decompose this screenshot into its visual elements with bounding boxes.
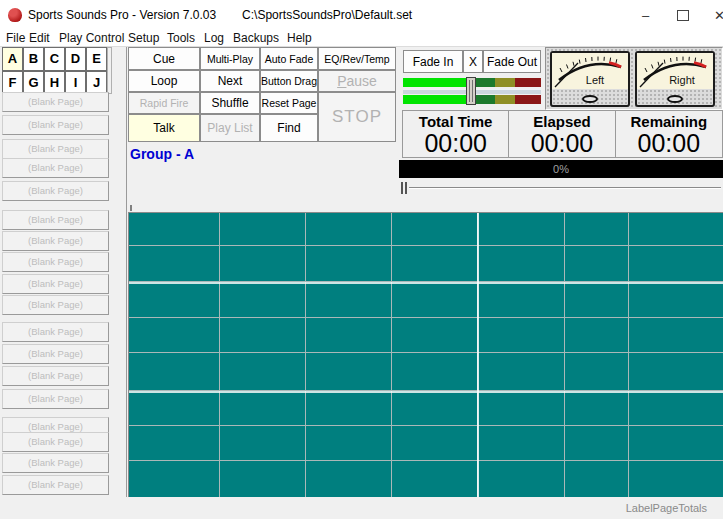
pad-cell-r5-c7[interactable] [629,353,723,391]
page-button-13[interactable]: (Blank Page) [2,366,109,386]
pad-cell-r3-c2[interactable] [220,282,306,318]
fade-out-button[interactable]: Fade Out [483,50,541,73]
seek-trackbar[interactable] [399,181,723,195]
pad-cell-r6-c4[interactable] [392,391,478,426]
group-button-i[interactable]: I [65,71,86,95]
page-button-17[interactable]: (Blank Page) [2,453,109,473]
pad-cell-r3-c4[interactable] [392,282,478,318]
pad-cell-r1-c3[interactable] [306,213,392,246]
volume-slider-thumb[interactable] [466,77,476,105]
menu-item-edit[interactable]: Edit [29,31,50,45]
menu-item-help[interactable]: Help [287,31,312,45]
pad-cell-r2-c1[interactable] [129,246,220,282]
page-button-1[interactable]: (Blank Page) [2,92,109,112]
pad-cell-r4-c4[interactable] [392,318,478,353]
pad-cell-r5-c6[interactable] [565,353,629,391]
pad-cell-r5-c2[interactable] [220,353,306,391]
pad-cell-r7-c6[interactable] [565,426,629,461]
group-button-c[interactable]: C [44,47,65,71]
pad-cell-r3-c6[interactable] [565,282,629,318]
pad-cell-r2-c5[interactable] [478,246,565,282]
pad-cell-r3-c3[interactable] [306,282,392,318]
pad-cell-r7-c3[interactable] [306,426,392,461]
maximize-button[interactable] [664,0,701,30]
pad-cell-r3-c7[interactable] [629,282,723,318]
stop-button[interactable]: STOP [318,92,396,142]
reset-page-button[interactable]: Reset Page [260,92,318,114]
cue-button[interactable]: Cue [128,47,200,70]
fade-in-button[interactable]: Fade In [403,50,463,73]
menu-item-file[interactable]: File [6,31,25,45]
group-button-b[interactable]: B [23,47,44,71]
pad-cell-r6-c3[interactable] [306,391,392,426]
menu-item-log[interactable]: Log [204,31,224,45]
pad-cell-r4-c3[interactable] [306,318,392,353]
find-button[interactable]: Find [260,114,318,142]
pad-cell-r7-c7[interactable] [629,426,723,461]
pad-cell-r6-c1[interactable] [129,391,220,426]
pad-cell-r6-c7[interactable] [629,391,723,426]
pad-cell-r7-c1[interactable] [129,426,220,461]
loop-button[interactable]: Loop [128,70,200,92]
pad-cell-r7-c5[interactable] [478,426,565,461]
fade-cancel-button[interactable]: X [463,50,483,73]
pad-cell-r3-c5[interactable] [478,282,565,318]
pad-cell-r3-c1[interactable] [129,282,220,318]
pad-cell-r2-c4[interactable] [392,246,478,282]
pad-cell-r1-c6[interactable] [565,213,629,246]
pad-cell-r8-c6[interactable] [565,461,629,497]
pad-cell-r8-c4[interactable] [392,461,478,497]
pad-cell-r4-c1[interactable] [129,318,220,353]
page-button-9[interactable]: (Blank Page) [2,274,109,294]
close-button[interactable]: ✕ [701,0,723,30]
pad-cell-r7-c4[interactable] [392,426,478,461]
shuffle-button[interactable]: Shuffle [200,92,260,114]
pad-cell-r1-c5[interactable] [478,213,565,246]
pad-cell-r2-c3[interactable] [306,246,392,282]
pad-cell-r6-c5[interactable] [478,391,565,426]
pad-cell-r1-c4[interactable] [392,213,478,246]
pad-cell-r8-c3[interactable] [306,461,392,497]
pad-cell-r8-c2[interactable] [220,461,306,497]
pad-cell-r6-c6[interactable] [565,391,629,426]
page-button-6[interactable]: (Blank Page) [2,210,109,230]
page-button-18[interactable]: (Blank Page) [2,475,109,495]
seek-thumb[interactable] [400,182,409,194]
page-button-4[interactable]: (Blank Page) [2,158,109,178]
page-button-14[interactable]: (Blank Page) [2,389,109,409]
pad-cell-r8-c7[interactable] [629,461,723,497]
pause-button[interactable]: Pause [318,70,396,92]
pad-cell-r8-c5[interactable] [478,461,565,497]
pad-cell-r5-c4[interactable] [392,353,478,391]
group-button-j[interactable]: J [86,71,107,95]
button-drag-button[interactable]: Button Drag [260,70,318,92]
page-button-10[interactable]: (Blank Page) [2,295,109,315]
page-button-2[interactable]: (Blank Page) [2,115,109,135]
rapid-fire-button[interactable]: Rapid Fire [128,92,200,114]
pad-cell-r1-c2[interactable] [220,213,306,246]
volume-slider[interactable] [403,77,541,105]
group-button-e[interactable]: E [86,47,107,71]
pad-cell-r4-c6[interactable] [565,318,629,353]
eq-rev-temp-button[interactable]: EQ/Rev/Temp [318,47,396,70]
page-button-12[interactable]: (Blank Page) [2,344,109,364]
pad-cell-r4-c2[interactable] [220,318,306,353]
group-button-g[interactable]: G [23,71,44,95]
minimize-button[interactable]: – [627,0,664,30]
page-button-16[interactable]: (Blank Page) [2,432,109,452]
menu-item-setup[interactable]: Setup [128,31,159,45]
pad-cell-r4-c5[interactable] [478,318,565,353]
pad-cell-r2-c2[interactable] [220,246,306,282]
multi-play-button[interactable]: Multi-Play [200,47,260,70]
menu-item-tools[interactable]: Tools [167,31,195,45]
page-button-7[interactable]: (Blank Page) [2,231,109,251]
pad-cell-r2-c6[interactable] [565,246,629,282]
pad-cell-r5-c1[interactable] [129,353,220,391]
pad-cell-r7-c2[interactable] [220,426,306,461]
next-button[interactable]: Next [200,70,260,92]
pad-cell-r2-c7[interactable] [629,246,723,282]
talk-button[interactable]: Talk [128,114,200,142]
page-button-11[interactable]: (Blank Page) [2,322,109,342]
page-button-8[interactable]: (Blank Page) [2,252,109,272]
pad-cell-r8-c1[interactable] [129,461,220,497]
